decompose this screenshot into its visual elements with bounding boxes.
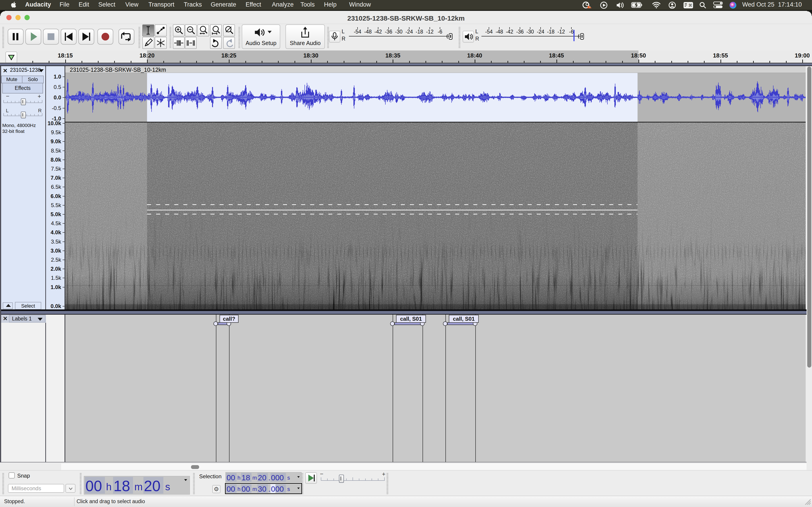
svg-text:!: ! <box>590 6 591 9</box>
svg-text:-48: -48 <box>364 29 371 35</box>
svg-text:-30: -30 <box>395 29 402 35</box>
svg-text:-24: -24 <box>537 29 544 35</box>
svg-text:-24: -24 <box>405 29 413 35</box>
svg-text:-36: -36 <box>516 29 523 35</box>
svg-text:⌘: ⌘ <box>688 3 692 8</box>
svg-text:-54: -54 <box>485 29 493 35</box>
svg-text:-6: -6 <box>438 29 442 35</box>
svg-text:-18: -18 <box>547 29 554 35</box>
svg-text:-48: -48 <box>496 29 503 35</box>
svg-text:-54: -54 <box>354 29 361 35</box>
svg-text:-42: -42 <box>374 29 382 35</box>
svg-text:-18: -18 <box>415 29 423 35</box>
svg-text:-12: -12 <box>426 29 434 35</box>
svg-text:-12: -12 <box>557 29 565 35</box>
svg-text:-36: -36 <box>385 29 392 35</box>
svg-text:-6: -6 <box>569 29 574 35</box>
svg-text:-42: -42 <box>506 29 513 35</box>
svg-text:-30: -30 <box>526 29 534 35</box>
